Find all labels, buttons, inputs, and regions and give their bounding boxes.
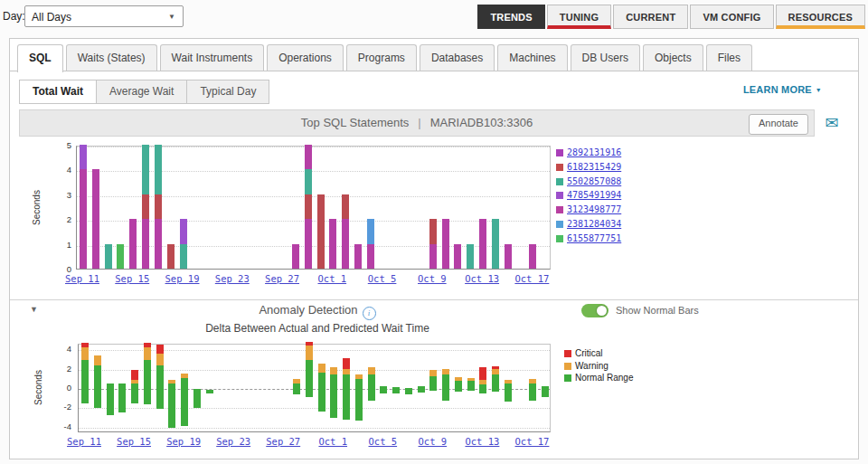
x-axis-date-link[interactable]: Sep 19 [162,436,205,447]
sql-bar[interactable] [305,145,312,269]
anomaly-bar[interactable] [144,345,151,433]
legend-sql-id-link[interactable]: 5502857088 [567,176,621,186]
info-icon[interactable]: i [363,307,376,320]
email-icon[interactable]: ✉ [825,115,838,131]
anomaly-bar[interactable] [355,345,363,433]
x-axis-date-link[interactable]: Oct 9 [410,436,454,447]
sql-bar[interactable] [105,145,112,269]
sql-bar[interactable] [454,145,461,269]
tab-files[interactable]: Files [706,44,752,71]
x-axis-date-link[interactable]: Sep 11 [61,273,104,284]
nav-button-vm-config[interactable]: VM CONFIG [690,5,773,29]
anomaly-bar[interactable] [168,345,175,433]
sql-bar[interactable] [329,145,336,269]
sql-bar[interactable] [317,145,325,269]
x-axis-date-link[interactable]: Oct 17 [510,273,553,284]
anomaly-bar[interactable] [193,345,201,433]
sql-bar[interactable] [167,145,175,269]
x-axis-date-link[interactable]: Sep 27 [261,436,305,447]
anomaly-bar[interactable] [380,345,387,433]
tab-db-users[interactable]: DB Users [571,44,640,71]
anomaly-bar[interactable] [492,345,499,433]
legend-sql-id-link[interactable]: 3123498777 [567,204,621,214]
day-dropdown[interactable]: All Days ▼ [24,5,184,27]
x-axis-date-link[interactable]: Oct 5 [361,273,404,284]
sql-bar[interactable] [342,145,349,269]
legend-sql-id-link[interactable]: 6155877751 [567,233,621,243]
anomaly-bar[interactable] [479,345,486,433]
nav-button-tuning[interactable]: TUNING [547,5,611,29]
show-normal-bars-toggle[interactable] [581,304,609,317]
anomaly-bar[interactable] [206,345,213,433]
subtab-total-wait[interactable]: Total Wait [19,80,97,104]
x-axis-date-link[interactable]: Sep 11 [62,436,106,447]
anomaly-bar[interactable] [455,345,462,433]
sql-bar[interactable] [429,145,437,269]
tab-operations[interactable]: Operations [267,44,344,71]
tab-programs[interactable]: Programs [346,44,417,71]
anomaly-bar[interactable] [94,345,101,433]
sql-bar[interactable] [367,145,374,269]
anomaly-bar[interactable] [318,345,326,433]
anomaly-bar[interactable] [330,345,337,433]
x-axis-date-link[interactable]: Oct 1 [310,273,354,284]
anomaly-bar[interactable] [118,345,126,433]
subtab-typical-day[interactable]: Typical Day [186,80,269,104]
anomaly-bar[interactable] [81,345,89,433]
x-axis-date-link[interactable]: Oct 9 [410,273,454,284]
anomaly-bar[interactable] [505,345,512,433]
sql-bar[interactable] [142,145,149,269]
annotate-button[interactable]: Annotate [749,114,808,135]
x-axis-date-link[interactable]: Sep 23 [212,436,255,447]
x-axis-date-link[interactable]: Sep 19 [161,273,204,284]
x-axis-date-link[interactable]: Sep 23 [211,273,254,284]
anomaly-bar[interactable] [529,345,536,433]
sql-bar[interactable] [129,145,137,269]
nav-button-resources[interactable]: RESOURCES [776,5,865,29]
x-axis-date-link[interactable]: Oct 13 [460,273,504,284]
anomaly-bar[interactable] [107,345,114,433]
sql-bar[interactable] [117,145,124,269]
tab-waits-states-[interactable]: Waits (States) [66,44,157,71]
legend-sql-id-link[interactable]: 2381284034 [567,219,621,229]
tab-machines[interactable]: Machines [497,44,567,71]
sql-bar[interactable] [155,145,162,269]
x-axis-date-link[interactable]: Sep 27 [260,273,304,284]
x-axis-date-link[interactable]: Oct 17 [510,436,553,447]
sql-bar[interactable] [492,145,499,269]
anomaly-bar[interactable] [343,345,350,433]
legend-sql-id-link[interactable]: 2892131916 [567,147,621,157]
anomaly-bar[interactable] [467,345,475,433]
sql-bar[interactable] [292,145,299,269]
nav-button-trends[interactable]: TRENDS [477,5,544,29]
legend-sql-id-link[interactable]: 4785491994 [567,190,621,200]
anomaly-bar[interactable] [442,345,449,433]
anomaly-bar[interactable] [368,345,375,433]
sql-bar[interactable] [505,145,512,269]
anomaly-bar[interactable] [156,345,164,433]
nav-button-current[interactable]: CURRENT [613,5,688,29]
subtab-average-wait[interactable]: Average Wait [96,80,187,104]
tab-objects[interactable]: Objects [643,44,703,71]
anomaly-bar[interactable] [392,345,400,433]
sql-bar[interactable] [442,145,449,269]
tab-sql[interactable]: SQL [17,44,63,72]
anomaly-bar[interactable] [405,345,412,433]
x-axis-date-link[interactable]: Oct 5 [361,436,404,447]
sql-bar[interactable] [80,145,87,269]
tab-databases[interactable]: Databases [420,44,495,71]
anomaly-bar[interactable] [418,345,425,433]
learn-more-button[interactable]: LEARN MORE▼ [743,84,822,95]
sql-bar[interactable] [467,145,474,269]
tab-wait-instruments[interactable]: Wait Instruments [160,44,265,71]
sql-bar[interactable] [180,145,187,269]
x-axis-date-link[interactable]: Oct 1 [311,436,354,447]
anomaly-bar[interactable] [306,345,313,433]
anomaly-bar[interactable] [542,345,549,433]
sql-bar[interactable] [529,145,536,269]
anomaly-bar[interactable] [429,345,437,433]
collapse-section-icon[interactable]: ▼ [30,305,38,314]
legend-sql-id-link[interactable]: 6182315429 [567,162,621,172]
sql-bar[interactable] [92,145,99,269]
anomaly-bar[interactable] [293,345,300,433]
